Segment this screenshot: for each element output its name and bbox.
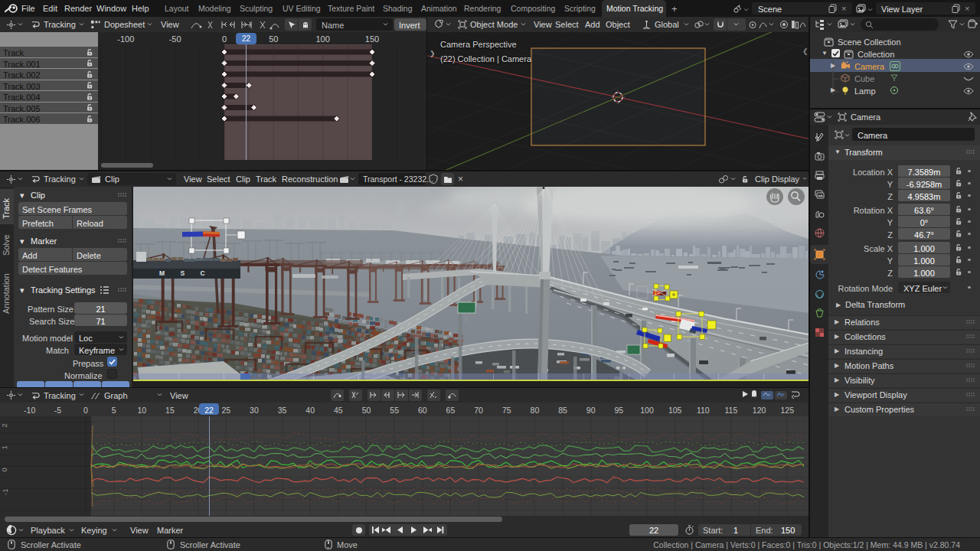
svg-text:M S C: M S C <box>159 269 212 277</box>
